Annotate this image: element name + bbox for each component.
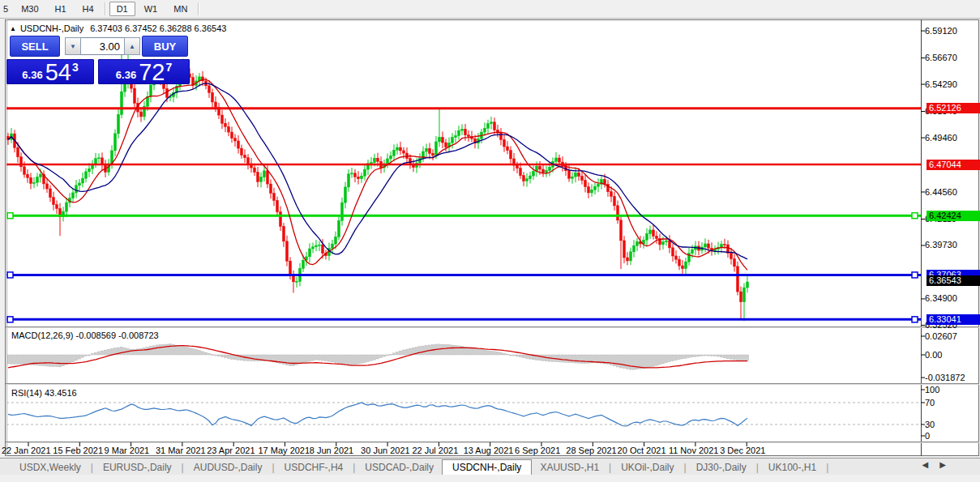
- tab-uk100-h1[interactable]: UK100-,H1: [760, 459, 824, 476]
- date-tick-label: 22 Jul 2021: [412, 446, 458, 455]
- tab-usdcad-daily[interactable]: USDCAD-,Daily: [357, 459, 442, 476]
- chevron-up-icon: ▲: [129, 43, 135, 50]
- tab-separator: |: [353, 462, 355, 473]
- volume-decrease-button[interactable]: ▼: [65, 37, 81, 55]
- price-tick-label: 6.49460: [925, 133, 957, 143]
- rsi-tick-label: 70: [925, 398, 935, 407]
- price-tick-label: 6.34900: [925, 293, 957, 303]
- tab-usdcnh-daily[interactable]: USDCNH-,Daily: [442, 459, 532, 476]
- price-tick-label: 6.59120: [925, 26, 957, 36]
- date-tick-label: 9 Mar 2021: [105, 446, 150, 455]
- buy-price-main: 72: [139, 62, 165, 83]
- tab-separator: |: [756, 462, 759, 473]
- date-tick-label: 31 Mar 2021: [156, 446, 206, 455]
- sell-price-display[interactable]: 6.36 54 3: [6, 59, 94, 84]
- rsi-tick-label: 0: [925, 431, 930, 441]
- volume-increase-button[interactable]: ▲: [124, 37, 140, 55]
- price-tick-label: 6.56670: [925, 53, 957, 62]
- tab-usdx-weekly[interactable]: USDX,Weekly: [11, 459, 89, 476]
- buy-price-pip: 7: [165, 61, 172, 74]
- scroll-right-icon[interactable]: ▶: [939, 460, 957, 469]
- line-price-label: 6.47044: [927, 160, 980, 170]
- sell-price-pip: 3: [72, 61, 79, 74]
- date-tick-label: 8 Jun 2021: [310, 446, 353, 455]
- date-tick-label: 13 Aug 2021: [464, 446, 514, 455]
- date-tick-label: 3 Dec 2021: [720, 446, 765, 455]
- rsi-indicator-label: RSI(14) 43.4516: [11, 388, 77, 398]
- tab-separator: |: [684, 462, 687, 473]
- macd-tick-label: -0.031872: [925, 373, 965, 382]
- sell-price-main: 54: [45, 62, 71, 83]
- tab-audusd-daily[interactable]: AUDUSD-,Daily: [186, 459, 271, 476]
- volume-input[interactable]: [81, 37, 124, 55]
- date-tick-label: 17 May 2021: [259, 446, 310, 455]
- line-price-label: 6.33041: [927, 314, 980, 325]
- tab-ukoil-daily[interactable]: UKOil-,Daily: [613, 459, 682, 476]
- tab-separator: |: [609, 462, 611, 473]
- date-tick-label: 6 Sep 2021: [515, 446, 560, 455]
- chart-ohlc-values: 6.37403 6.37452 6.36288 6.36543: [90, 23, 226, 33]
- macd-tick-label: 0.02607: [925, 331, 957, 341]
- tab-separator: |: [91, 462, 93, 473]
- chart-title: ▲USDCNH-,Daily6.37403 6.37452 6.36288 6.…: [10, 23, 226, 33]
- price-tick-label: 6.54290: [925, 79, 957, 89]
- tab-xauusd-h1[interactable]: XAUUSD-,H1: [532, 459, 607, 476]
- symbol-tab-bar: USDX,Weekly|EURUSD-,Daily|AUDUSD-,Daily|…: [0, 458, 980, 476]
- chevron-down-icon: ▼: [70, 43, 76, 50]
- one-click-trading-panel: SELL ▼ ▲ BUY 6.36 54 3 6.36 72 7: [6, 36, 190, 84]
- tab-separator: |: [826, 462, 828, 473]
- line-price-label: 6.52126: [927, 103, 980, 113]
- tab-separator: |: [272, 462, 274, 473]
- tab-separator: |: [182, 462, 184, 473]
- rsi-tick-label: 30: [925, 420, 935, 429]
- price-tick-label: 6.39730: [925, 240, 957, 250]
- date-tick-label: 15 Feb 2021: [53, 446, 103, 455]
- date-tick-label: 28 Sep 2021: [566, 446, 616, 455]
- date-tick-label: 30 Jun 2021: [361, 446, 410, 455]
- current-price-label: 6.36543: [927, 275, 980, 286]
- macd-indicator-label: MACD(12,26,9) -0.008569 -0.008723: [11, 331, 159, 340]
- tab-scroll-arrows: ◀▶: [922, 460, 957, 469]
- tab-eurusd-daily[interactable]: EURUSD-,Daily: [95, 459, 180, 476]
- buy-button[interactable]: BUY: [142, 36, 188, 57]
- tab-dj30-daily[interactable]: DJ30-,Daily: [688, 459, 755, 476]
- date-tick-label: 22 Jan 2021: [2, 446, 51, 455]
- tab-usdchf-h4[interactable]: USDCHF-,H4: [276, 459, 352, 476]
- chart-symbol-period: USDCNH-,Daily: [20, 23, 83, 33]
- macd-tick-label: 0.00: [925, 350, 942, 360]
- date-tick-label: 20 Oct 2021: [618, 446, 666, 455]
- date-tick-label: 23 Apr 2021: [207, 446, 255, 455]
- price-tick-label: 6.44560: [925, 187, 957, 197]
- trading-terminal-window: 5M30H1H4D1W1MN ▲USDCNH-,Daily6.37403 6.3…: [0, 0, 980, 482]
- scroll-left-icon[interactable]: ◀: [922, 460, 940, 469]
- rsi-tick-label: 100: [925, 385, 939, 395]
- line-price-label: 6.42424: [927, 211, 980, 221]
- buy-price-display[interactable]: 6.36 72 7: [98, 59, 190, 84]
- sell-button[interactable]: SELL: [10, 36, 60, 57]
- collapse-panel-icon[interactable]: ▲: [10, 25, 16, 32]
- date-tick-label: 11 Nov 2021: [669, 446, 719, 455]
- buy-price-prefix: 6.36: [116, 69, 136, 81]
- status-strip: [0, 475, 980, 482]
- sell-price-prefix: 6.36: [22, 69, 42, 81]
